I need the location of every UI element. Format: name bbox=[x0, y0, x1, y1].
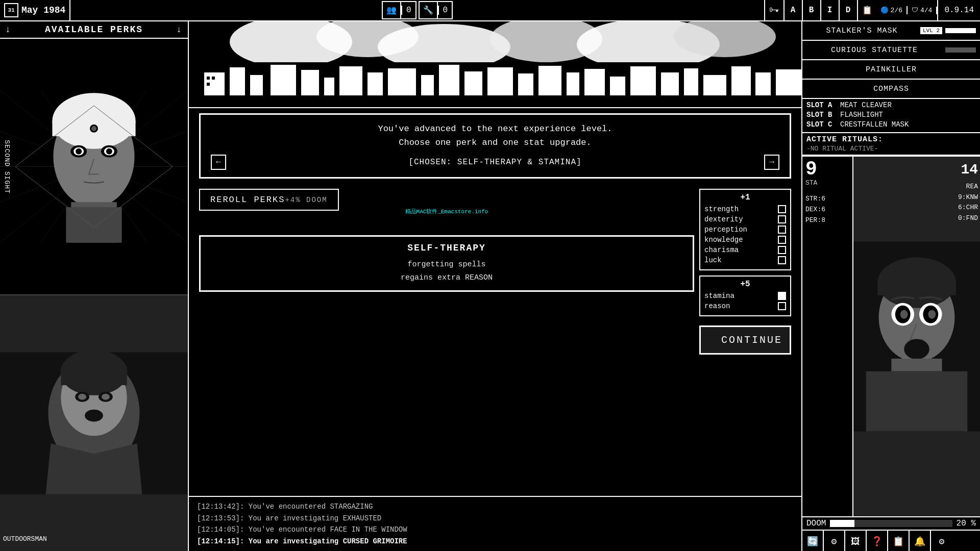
stat-reason-checkbox[interactable] bbox=[778, 302, 786, 310]
people-icon: 👥 bbox=[383, 1, 401, 19]
slot-c-item: CRESTFALLEN MASK bbox=[840, 120, 909, 129]
log-line-2: [12:13:53]: You are investigating EXHAUS… bbox=[197, 513, 793, 524]
stat-perception-checkbox[interactable] bbox=[778, 226, 786, 234]
selected-perk[interactable]: SELF-THERAPY forgetting spells regains e… bbox=[199, 235, 694, 292]
letter-a[interactable]: A bbox=[785, 0, 803, 20]
inventory-item-1-bar bbox=[945, 28, 976, 33]
letter-extra[interactable]: 📋 bbox=[858, 0, 876, 20]
right-portrait: 9 STA STR:6 DEX:6 PER:8 bbox=[802, 156, 980, 516]
plus5-stats: +5 stamina reason bbox=[699, 276, 791, 316]
inventory-item-1[interactable]: STALKER'S MASK LVL 2 bbox=[802, 21, 980, 41]
bottom-action-bar: 🔄 ⚙ 🖼 ❓ 📋 🔔 ⚙ bbox=[802, 530, 980, 551]
stat-luck-checkbox[interactable] bbox=[778, 256, 786, 264]
letter-b[interactable]: B bbox=[803, 0, 821, 20]
arrow-left-icon: ↓ bbox=[5, 24, 12, 35]
svg-rect-72 bbox=[212, 77, 215, 80]
stat-luck-row[interactable]: luck bbox=[704, 256, 786, 264]
inventory-item-1-name: STALKER'S MASK bbox=[806, 27, 917, 35]
rituals-section: ACTIVE RITUALS: -NO RITUAL ACTIVE- bbox=[802, 133, 980, 156]
action-icon-1[interactable]: 🔄 bbox=[802, 531, 824, 551]
health-value: 2/6 bbox=[891, 7, 902, 14]
action-icon-4[interactable]: ❓ bbox=[867, 531, 888, 551]
inventory-item-3[interactable]: PAINKILLER bbox=[802, 60, 980, 80]
stat-stamina-checkbox[interactable] bbox=[778, 292, 786, 300]
svg-point-84 bbox=[928, 310, 936, 318]
main-layout: ↓ AVAILABLE PERKS ↓ bbox=[0, 21, 980, 551]
log-line-4: [12:14:15]: You are investigating CURSED… bbox=[197, 536, 793, 547]
log-area: [12:13:42]: You've encountered STARGAZIN… bbox=[189, 496, 801, 551]
action-icon-2[interactable]: ⚙ bbox=[824, 531, 845, 551]
svg-point-24 bbox=[76, 148, 82, 155]
top-bar: 31 May 1984 👥 0 🔧 0 🗝 A B I D 📋 🔵 2/6 🛡 … bbox=[0, 0, 980, 21]
stat-dexterity-row[interactable]: dexterity bbox=[704, 215, 786, 223]
letter-boxes: A B I D 📋 bbox=[783, 0, 876, 20]
people-count: 0 bbox=[401, 6, 415, 15]
action-icon-7[interactable]: ⚙ bbox=[931, 531, 952, 551]
svg-rect-74 bbox=[189, 95, 801, 108]
doom-cost: +4% DOOM bbox=[285, 196, 327, 204]
city-scene-svg bbox=[189, 21, 801, 108]
stat-strength-checkbox[interactable] bbox=[778, 205, 786, 213]
chosen-prev-btn[interactable]: ← bbox=[211, 155, 226, 170]
inventory-item-4[interactable]: COMPASS bbox=[802, 80, 980, 99]
action-icon-3[interactable]: 🖼 bbox=[845, 531, 867, 551]
svg-point-25 bbox=[106, 148, 112, 155]
svg-point-37 bbox=[85, 410, 103, 422]
svg-rect-73 bbox=[207, 83, 210, 86]
stat-charisma-checkbox[interactable] bbox=[778, 246, 786, 254]
stat-perception-row[interactable]: perception bbox=[704, 226, 786, 234]
armor-value: 4/4 bbox=[920, 7, 932, 14]
action-icon-6[interactable]: 🔔 bbox=[910, 531, 931, 551]
chosen-label: [CHOSEN: SELF-THERAPY & STAMINA] bbox=[408, 158, 581, 167]
character-portrait-bottom-svg bbox=[0, 295, 188, 551]
svg-point-77 bbox=[877, 258, 956, 308]
character-portrait-svg bbox=[0, 39, 188, 294]
slot-c-label: SLOT C bbox=[806, 120, 837, 129]
inventory-item-4-name: COMPASS bbox=[806, 85, 976, 93]
slot-b-label: SLOT B bbox=[806, 111, 837, 119]
stats-section: +1 strength dexterity perception kno bbox=[699, 189, 791, 491]
stat-knowledge-checkbox[interactable] bbox=[778, 236, 786, 244]
stat-reason-row[interactable]: reason bbox=[704, 302, 786, 310]
health-indicators: 🔵 2/6 bbox=[876, 6, 908, 14]
second-sight-label: SECOND SIGHT bbox=[3, 140, 11, 194]
stat-charisma-row[interactable]: charisma bbox=[704, 246, 786, 254]
doom-label: DOOM bbox=[806, 519, 826, 528]
stat-strength-row[interactable]: strength bbox=[704, 205, 786, 213]
tools-icon: 🔧 bbox=[420, 1, 438, 19]
inventory-item-2[interactable]: CURIOUS STATUETTE bbox=[802, 41, 980, 60]
plus5-header: +5 bbox=[704, 280, 786, 289]
letter-i[interactable]: I bbox=[821, 0, 840, 20]
slot-b-row: SLOT B FLASHLIGHT bbox=[806, 111, 976, 119]
stat-dexterity-label: dexterity bbox=[704, 215, 778, 223]
action-icon-5[interactable]: 📋 bbox=[888, 531, 910, 551]
sta-value: 9 bbox=[805, 160, 849, 179]
arrow-right-icon: ↓ bbox=[176, 24, 183, 35]
rituals-value: -NO RITUAL ACTIVE- bbox=[806, 145, 976, 153]
armor-icon: 🛡 bbox=[912, 7, 918, 14]
svg-point-83 bbox=[900, 310, 908, 318]
right-portrait-img: 14 REA 9:KNW 6:CHR 0:FND bbox=[853, 157, 980, 516]
chosen-next-btn[interactable]: → bbox=[764, 155, 779, 170]
inventory-item-1-badge: LVL 2 bbox=[920, 27, 942, 34]
stat-dexterity-checkbox[interactable] bbox=[778, 215, 786, 223]
stat-knowledge-row[interactable]: knowledge bbox=[704, 236, 786, 244]
reroll-perks-button[interactable]: REROLL PERKS +4% DOOM bbox=[199, 189, 339, 211]
stat-knowledge-label: knowledge bbox=[704, 236, 778, 244]
perk-name: SELF-THERAPY bbox=[207, 243, 687, 253]
perk-desc: forgetting spells regains extra REASON bbox=[207, 258, 687, 284]
slot-b-item: FLASHLIGHT bbox=[840, 111, 883, 119]
svg-rect-87 bbox=[866, 371, 967, 432]
str-stat: STR:6 DEX:6 PER:8 bbox=[805, 194, 849, 226]
inventory-item-2-bar bbox=[945, 47, 976, 53]
date-display: 31 May 1984 bbox=[0, 0, 70, 20]
stat-stamina-row[interactable]: stamina bbox=[704, 292, 786, 300]
people-resource: 👥 0 bbox=[382, 1, 416, 19]
letter-d[interactable]: D bbox=[840, 0, 858, 20]
doom-percent: 20 % bbox=[957, 519, 976, 528]
continue-button[interactable]: CONTINUE bbox=[699, 325, 791, 355]
version-display: 0.9.14 bbox=[937, 0, 980, 20]
health-icon: 🔵 bbox=[880, 6, 889, 14]
outdoorsman-label: OUTDOORSMAN bbox=[3, 535, 47, 543]
portrait-bottom: OUTDOORSMAN bbox=[0, 295, 188, 551]
